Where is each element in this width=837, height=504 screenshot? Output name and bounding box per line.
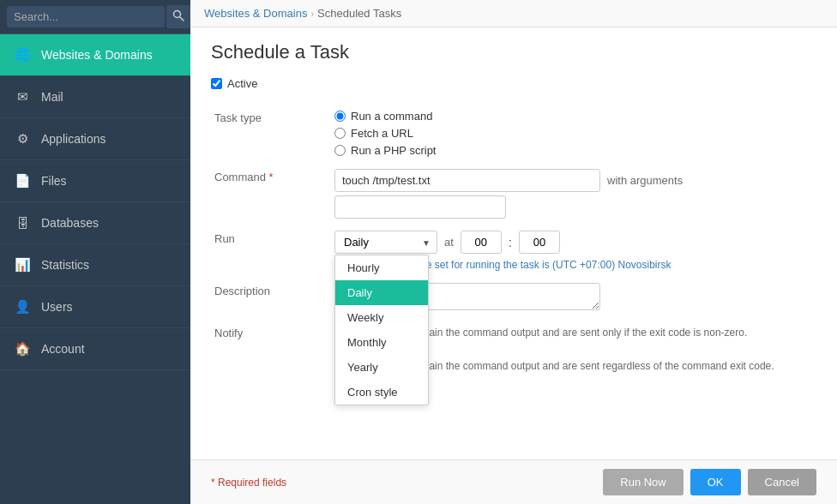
mail-icon: ✉ (14, 88, 31, 105)
form-table: Task type Run a command Fetch a URL (211, 104, 816, 385)
notify-label-cell: Notify (211, 319, 331, 385)
search-icon[interactable] (166, 5, 190, 28)
command-input[interactable] (334, 169, 600, 192)
args-input[interactable] (334, 195, 506, 219)
run-input-cell: Hourly Daily Weekly Monthly Yearly Cron … (331, 225, 816, 277)
sidebar-item-websites-domains[interactable]: 🌐 Websites & Domains (0, 34, 190, 76)
main-content: Websites & Domains › Scheduled Tasks Sch… (190, 0, 837, 504)
at-label: at (444, 236, 454, 249)
breadcrumb-scheduled-tasks: Scheduled Tasks (317, 7, 401, 20)
run-row: Run Hourly Daily Weekly Monthly Yearly C… (211, 225, 816, 277)
dropdown-daily[interactable]: Daily (335, 280, 428, 305)
run-label-cell: Run (211, 225, 331, 277)
run-now-button[interactable]: Run Now (603, 469, 683, 495)
websites-domains-icon: 🌐 (14, 46, 31, 63)
ok-button[interactable]: OK (690, 469, 741, 495)
mail-label: Mail (41, 90, 63, 104)
websites-domains-label: Websites & Domains (41, 48, 153, 62)
description-label-cell: Description (211, 277, 331, 319)
radio-fetch-url-input[interactable] (334, 128, 346, 139)
sidebar-item-applications[interactable]: ⚙ Applications (0, 118, 190, 160)
required-note: * Required fields (211, 477, 286, 489)
task-type-row: Task type Run a command Fetch a URL (211, 104, 816, 163)
run-select[interactable]: Hourly Daily Weekly Monthly Yearly Cron … (334, 231, 437, 254)
nav-list: 🌐 Websites & Domains ✉ Mail ⚙ Applicatio… (0, 34, 190, 370)
databases-icon: 🗄 (14, 214, 31, 231)
radio-fetch-url[interactable]: Fetch a URL (334, 127, 813, 140)
run-minute-input[interactable] (519, 231, 560, 254)
run-select-wrap: Hourly Daily Weekly Monthly Yearly Cron … (334, 231, 437, 254)
applications-label: Applications (41, 132, 106, 146)
command-input-cell: with arguments (331, 163, 816, 225)
users-icon: 👤 (14, 298, 31, 315)
dropdown-monthly[interactable]: Monthly (335, 330, 428, 355)
account-icon: 🏠 (14, 340, 31, 357)
sidebar-item-users[interactable]: 👤 Users (0, 286, 190, 328)
account-label: Account (41, 342, 85, 356)
page-content: Schedule a Task Active Task type Run a c… (190, 27, 837, 459)
files-label: Files (41, 174, 67, 188)
active-row: Active (211, 77, 816, 90)
dropdown-hourly[interactable]: Hourly (335, 255, 428, 280)
command-row: Command * with arguments (211, 163, 816, 225)
breadcrumb-websites-domains[interactable]: Websites & Domains (204, 7, 307, 20)
applications-icon: ⚙ (14, 130, 31, 147)
breadcrumb-sep: › (310, 9, 314, 19)
radio-run-command-input[interactable] (334, 111, 346, 122)
run-dropdown-menu: Hourly Daily Weekly Monthly Yearly Cron … (334, 255, 429, 405)
run-input-row: Hourly Daily Weekly Monthly Yearly Cron … (334, 231, 813, 254)
radio-run-php[interactable]: Run a PHP script (334, 144, 813, 157)
breadcrumb: Websites & Domains › Scheduled Tasks (190, 0, 837, 27)
run-hour-input[interactable] (461, 231, 502, 254)
statistics-label: Statistics (41, 258, 89, 272)
task-type-label: Task type (211, 104, 331, 163)
task-type-options: Run a command Fetch a URL Run a PHP scri… (331, 104, 816, 163)
sidebar: 🌐 Websites & Domains ✉ Mail ⚙ Applicatio… (0, 0, 190, 504)
sidebar-item-mail[interactable]: ✉ Mail (0, 76, 190, 118)
active-checkbox[interactable] (211, 78, 222, 89)
notify-row: Notify Notifications contain the command… (211, 319, 816, 385)
search-box[interactable] (0, 0, 190, 34)
command-required: * (269, 171, 274, 183)
sidebar-item-statistics[interactable]: 📊 Statistics (0, 244, 190, 286)
command-label: Command (214, 171, 266, 183)
radio-run-command[interactable]: Run a command (334, 110, 813, 123)
page-title: Schedule a Task (211, 41, 816, 63)
task-type-radio-group: Run a command Fetch a URL Run a PHP scri… (334, 110, 813, 157)
radio-run-php-input[interactable] (334, 145, 346, 156)
dropdown-cron-style[interactable]: Cron style (335, 380, 428, 405)
search-input[interactable] (7, 6, 165, 27)
time-colon: : (509, 235, 512, 249)
dropdown-yearly[interactable]: Yearly (335, 355, 428, 380)
footer: * Required fields Run Now OK Cancel (190, 459, 837, 504)
with-args-label: with arguments (607, 174, 683, 187)
dropdown-weekly[interactable]: Weekly (335, 305, 428, 330)
svg-line-1 (180, 17, 184, 21)
users-label: Users (41, 300, 73, 314)
sidebar-item-databases[interactable]: 🗄 Databases (0, 202, 190, 244)
sidebar-item-files[interactable]: 📄 Files (0, 160, 190, 202)
active-label[interactable]: Active (227, 77, 257, 90)
sidebar-item-account[interactable]: 🏠 Account (0, 328, 190, 370)
command-label-cell: Command * (211, 163, 331, 225)
radio-run-command-label: Run a command (351, 110, 432, 123)
statistics-icon: 📊 (14, 256, 31, 273)
command-input-row: with arguments (334, 169, 813, 192)
description-row: Description (211, 277, 816, 319)
radio-run-php-label: Run a PHP script (351, 144, 436, 157)
databases-label: Databases (41, 216, 99, 230)
radio-fetch-url-label: Fetch a URL (351, 127, 413, 140)
cancel-button[interactable]: Cancel (748, 469, 816, 495)
files-icon: 📄 (14, 172, 31, 189)
